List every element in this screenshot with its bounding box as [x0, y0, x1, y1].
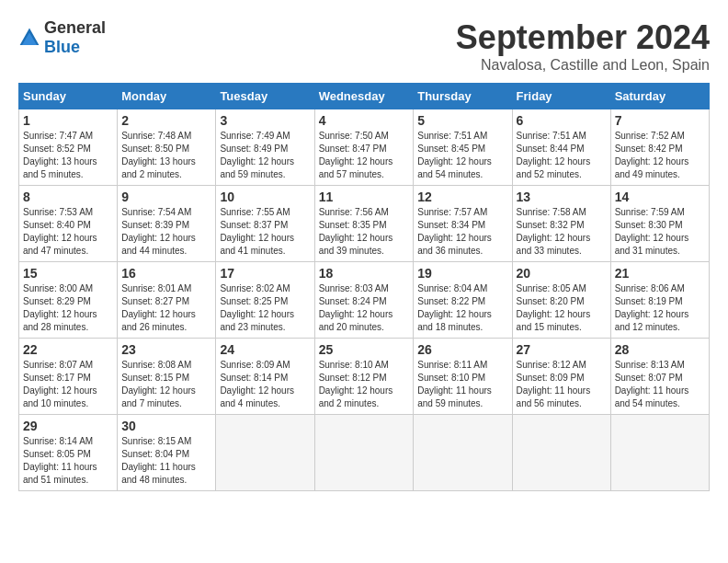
- header-day: Thursday: [414, 84, 512, 109]
- calendar-day: 30Sunrise: 8:15 AMSunset: 8:04 PMDayligh…: [118, 415, 216, 491]
- calendar-day: 20Sunrise: 8:05 AMSunset: 8:20 PMDayligh…: [512, 262, 610, 339]
- day-number: 7: [615, 113, 705, 128]
- header-day: Wednesday: [314, 84, 414, 109]
- calendar-day: 18Sunrise: 8:03 AMSunset: 8:24 PMDayligh…: [314, 262, 414, 339]
- day-number: 5: [417, 113, 507, 128]
- calendar-day: [512, 415, 610, 491]
- day-info: Sunrise: 8:03 AMSunset: 8:24 PMDaylight:…: [319, 282, 410, 334]
- day-info: Sunrise: 7:49 AMSunset: 8:49 PMDaylight:…: [220, 130, 310, 181]
- calendar-day: 13Sunrise: 7:58 AMSunset: 8:32 PMDayligh…: [512, 186, 610, 262]
- day-info: Sunrise: 8:07 AMSunset: 8:17 PMDaylight:…: [23, 359, 113, 410]
- calendar-header: SundayMondayTuesdayWednesdayThursdayFrid…: [19, 84, 710, 109]
- calendar-day: 5Sunrise: 7:51 AMSunset: 8:45 PMDaylight…: [414, 109, 512, 186]
- day-number: 1: [23, 113, 113, 128]
- day-info: Sunrise: 8:00 AMSunset: 8:29 PMDaylight:…: [23, 282, 113, 334]
- day-number: 12: [417, 190, 507, 204]
- day-number: 6: [517, 113, 607, 128]
- logo-blue: Blue: [44, 38, 80, 56]
- header-day: Friday: [512, 84, 610, 109]
- calendar-week: 8Sunrise: 7:53 AMSunset: 8:40 PMDaylight…: [19, 186, 710, 262]
- day-number: 3: [220, 113, 310, 128]
- day-info: Sunrise: 7:52 AMSunset: 8:42 PMDaylight:…: [615, 130, 705, 181]
- header-day: Saturday: [610, 84, 709, 109]
- calendar-day: 6Sunrise: 7:51 AMSunset: 8:44 PMDaylight…: [512, 109, 610, 186]
- day-info: Sunrise: 8:02 AMSunset: 8:25 PMDaylight:…: [220, 282, 310, 334]
- day-info: Sunrise: 8:13 AMSunset: 8:07 PMDaylight:…: [615, 359, 705, 410]
- calendar-day: 19Sunrise: 8:04 AMSunset: 8:22 PMDayligh…: [414, 262, 512, 339]
- day-info: Sunrise: 8:12 AMSunset: 8:09 PMDaylight:…: [517, 359, 607, 410]
- day-info: Sunrise: 8:04 AMSunset: 8:22 PMDaylight:…: [417, 282, 507, 334]
- header-row: SundayMondayTuesdayWednesdayThursdayFrid…: [19, 84, 710, 109]
- calendar-day: 3Sunrise: 7:49 AMSunset: 8:49 PMDaylight…: [216, 109, 314, 186]
- day-number: 9: [121, 190, 211, 204]
- day-info: Sunrise: 8:09 AMSunset: 8:14 PMDaylight:…: [220, 359, 310, 410]
- day-number: 23: [121, 342, 211, 357]
- day-info: Sunrise: 8:01 AMSunset: 8:27 PMDaylight:…: [121, 282, 211, 334]
- calendar-day: 11Sunrise: 7:56 AMSunset: 8:35 PMDayligh…: [314, 186, 414, 262]
- day-number: 14: [615, 190, 705, 204]
- day-info: Sunrise: 8:06 AMSunset: 8:19 PMDaylight:…: [615, 282, 705, 334]
- calendar-day: 1Sunrise: 7:47 AMSunset: 8:52 PMDaylight…: [19, 109, 118, 186]
- calendar-day: 15Sunrise: 8:00 AMSunset: 8:29 PMDayligh…: [19, 262, 118, 339]
- day-number: 30: [121, 419, 211, 433]
- day-info: Sunrise: 7:59 AMSunset: 8:30 PMDaylight:…: [615, 206, 705, 258]
- calendar-week: 29Sunrise: 8:14 AMSunset: 8:05 PMDayligh…: [19, 415, 710, 491]
- header-day: Tuesday: [216, 84, 314, 109]
- location-title: Navalosa, Castille and Leon, Spain: [456, 57, 710, 74]
- calendar-day: 9Sunrise: 7:54 AMSunset: 8:39 PMDaylight…: [118, 186, 216, 262]
- day-number: 27: [517, 342, 607, 357]
- calendar-day: 12Sunrise: 7:57 AMSunset: 8:34 PMDayligh…: [414, 186, 512, 262]
- day-info: Sunrise: 8:05 AMSunset: 8:20 PMDaylight:…: [517, 282, 607, 334]
- day-number: 2: [121, 113, 211, 128]
- day-number: 29: [23, 419, 113, 433]
- day-info: Sunrise: 7:54 AMSunset: 8:39 PMDaylight:…: [121, 206, 211, 258]
- calendar-day: 2Sunrise: 7:48 AMSunset: 8:50 PMDaylight…: [118, 109, 216, 186]
- header: General Blue September 2024 Navalosa, Ca…: [18, 18, 710, 74]
- calendar-day: 22Sunrise: 8:07 AMSunset: 8:17 PMDayligh…: [19, 339, 118, 415]
- logo-icon: [18, 27, 40, 49]
- calendar-day: 26Sunrise: 8:11 AMSunset: 8:10 PMDayligh…: [414, 339, 512, 415]
- calendar-day: 16Sunrise: 8:01 AMSunset: 8:27 PMDayligh…: [118, 262, 216, 339]
- calendar-week: 15Sunrise: 8:00 AMSunset: 8:29 PMDayligh…: [19, 262, 710, 339]
- day-number: 17: [220, 266, 310, 281]
- day-info: Sunrise: 8:15 AMSunset: 8:04 PMDaylight:…: [121, 435, 211, 487]
- calendar-day: 4Sunrise: 7:50 AMSunset: 8:47 PMDaylight…: [314, 109, 414, 186]
- day-info: Sunrise: 8:10 AMSunset: 8:12 PMDaylight:…: [319, 359, 410, 410]
- calendar-day: [414, 415, 512, 491]
- logo-general: General: [44, 18, 106, 37]
- day-info: Sunrise: 8:11 AMSunset: 8:10 PMDaylight:…: [417, 359, 507, 410]
- day-number: 11: [319, 190, 410, 204]
- logo-text: General Blue: [44, 18, 106, 57]
- day-number: 24: [220, 342, 310, 357]
- day-number: 8: [23, 190, 113, 204]
- day-number: 20: [517, 266, 607, 281]
- calendar-week: 1Sunrise: 7:47 AMSunset: 8:52 PMDaylight…: [19, 109, 710, 186]
- day-number: 21: [615, 266, 705, 281]
- calendar-day: [610, 415, 709, 491]
- day-info: Sunrise: 7:47 AMSunset: 8:52 PMDaylight:…: [23, 130, 113, 181]
- day-number: 26: [417, 342, 507, 357]
- day-info: Sunrise: 7:51 AMSunset: 8:44 PMDaylight:…: [517, 130, 607, 181]
- day-number: 19: [417, 266, 507, 281]
- calendar: SundayMondayTuesdayWednesdayThursdayFrid…: [18, 83, 710, 491]
- day-number: 15: [23, 266, 113, 281]
- calendar-day: 10Sunrise: 7:55 AMSunset: 8:37 PMDayligh…: [216, 186, 314, 262]
- logo: General Blue: [18, 18, 106, 57]
- calendar-day: 29Sunrise: 8:14 AMSunset: 8:05 PMDayligh…: [19, 415, 118, 491]
- header-day: Monday: [118, 84, 216, 109]
- day-number: 28: [615, 342, 705, 357]
- day-info: Sunrise: 7:53 AMSunset: 8:40 PMDaylight:…: [23, 206, 113, 258]
- day-info: Sunrise: 7:51 AMSunset: 8:45 PMDaylight:…: [417, 130, 507, 181]
- day-info: Sunrise: 7:48 AMSunset: 8:50 PMDaylight:…: [121, 130, 211, 181]
- calendar-day: 27Sunrise: 8:12 AMSunset: 8:09 PMDayligh…: [512, 339, 610, 415]
- calendar-day: 28Sunrise: 8:13 AMSunset: 8:07 PMDayligh…: [610, 339, 709, 415]
- day-number: 22: [23, 342, 113, 357]
- calendar-body: 1Sunrise: 7:47 AMSunset: 8:52 PMDaylight…: [19, 109, 710, 491]
- day-number: 13: [517, 190, 607, 204]
- day-info: Sunrise: 7:55 AMSunset: 8:37 PMDaylight:…: [220, 206, 310, 258]
- calendar-day: 7Sunrise: 7:52 AMSunset: 8:42 PMDaylight…: [610, 109, 709, 186]
- day-number: 4: [319, 113, 410, 128]
- day-info: Sunrise: 7:57 AMSunset: 8:34 PMDaylight:…: [417, 206, 507, 258]
- calendar-day: 23Sunrise: 8:08 AMSunset: 8:15 PMDayligh…: [118, 339, 216, 415]
- calendar-week: 22Sunrise: 8:07 AMSunset: 8:17 PMDayligh…: [19, 339, 710, 415]
